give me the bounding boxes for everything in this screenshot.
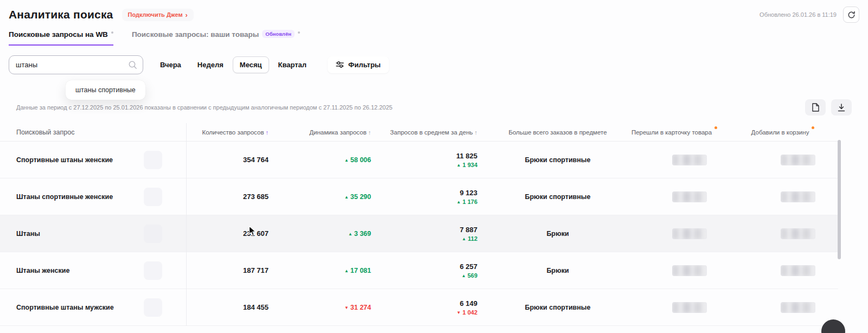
- refresh-button[interactable]: [843, 7, 859, 23]
- tab-search-queries-your-products[interactable]: Поисковые запросы: ваши товары Обновлён: [132, 30, 300, 46]
- down-arrow-icon: ▼: [344, 305, 349, 310]
- blurred-value: [672, 155, 707, 165]
- table-row[interactable]: Штаны женские 187 717 ▲17 081 6 257 ▲569…: [0, 252, 838, 289]
- add-to-cart-cell: [729, 265, 837, 276]
- dynamics-cell: ▲58 006: [273, 156, 376, 164]
- search-box: [9, 55, 143, 74]
- card-clicks-cell: [620, 155, 729, 165]
- updated-timestamp: Обновлено 26.01.26 в 11:19: [760, 11, 837, 18]
- query-cell: Спортивные штаны женские: [16, 156, 186, 164]
- count-cell: 187 717: [186, 266, 273, 274]
- blurred-value: [672, 302, 707, 313]
- dynamics-cell: ▲17 081: [273, 267, 376, 274]
- blurred-value: [781, 265, 815, 276]
- filters-button[interactable]: Фильтры: [328, 56, 389, 73]
- blurred-value: [781, 191, 815, 202]
- subject-cell: Брюки спортивные: [484, 304, 620, 311]
- column-divider: [186, 123, 187, 326]
- filter-sliders-icon: [336, 61, 344, 68]
- search-input[interactable]: [16, 61, 128, 69]
- period-month[interactable]: Месяц: [233, 56, 269, 73]
- column-header-query[interactable]: Поисковый запрос: [16, 129, 186, 136]
- connect-jam-link[interactable]: Подключить Джем ›: [122, 9, 194, 21]
- sort-icon: ↑: [475, 129, 478, 136]
- search-icon: [128, 60, 137, 69]
- up-arrow-icon: ▲: [457, 200, 461, 204]
- up-arrow-icon: ▲: [457, 163, 461, 168]
- period-week[interactable]: Неделя: [190, 56, 231, 73]
- blurred-value: [781, 155, 815, 165]
- orange-dot-icon: [812, 126, 814, 129]
- header: Аналитика поиска Подключить Джем › Обнов…: [0, 0, 868, 23]
- column-header-card-clicks[interactable]: Перешли в карточку товара: [620, 129, 729, 136]
- column-header-dynamics[interactable]: Динамика запросов↑: [273, 129, 376, 136]
- period-info-row: Данные за период с 27.12.2025 по 25.01.2…: [16, 99, 852, 116]
- card-clicks-cell: [620, 265, 729, 276]
- period-switcher: Вчера Неделя Месяц Квартал: [153, 56, 314, 73]
- filters-label: Фильтры: [348, 61, 381, 69]
- down-arrow-icon: ▼: [457, 310, 461, 315]
- avg-cell: 9 123 ▲1 176: [376, 189, 484, 205]
- card-clicks-cell: [620, 302, 729, 313]
- orange-dot-icon: [714, 126, 717, 129]
- count-cell: 273 685: [186, 193, 273, 201]
- connect-jam-label: Подключить Джем: [128, 11, 183, 18]
- sort-icon: ↑: [368, 129, 372, 136]
- sort-asc-icon: ↑: [266, 129, 269, 136]
- table-row[interactable]: Штаны 231 607 ▲3 369 7 887 ▲112 Брюки: [0, 215, 838, 252]
- export-buttons: [805, 99, 852, 116]
- column-header-top-subject: Больше всего заказов в предмете: [484, 129, 620, 136]
- count-cell: 184 455: [186, 303, 273, 311]
- blurred-value: [672, 191, 707, 202]
- avg-cell: 6 149 ▼1 042: [376, 299, 484, 316]
- tab-search-queries-wb[interactable]: Поисковые запросы на WB: [9, 30, 113, 46]
- add-to-cart-cell: [729, 155, 837, 165]
- query-cell: Штаны спортивные женские: [16, 193, 186, 201]
- notification-dot-icon: [111, 31, 113, 34]
- blurred-value: [672, 228, 707, 239]
- period-quarter[interactable]: Квартал: [271, 56, 314, 73]
- search-queries-table: Поисковый запрос Количество запросов↑ Ди…: [0, 123, 838, 326]
- up-arrow-icon: ▲: [344, 195, 349, 200]
- blurred-value: [781, 302, 815, 313]
- download-button[interactable]: [831, 99, 852, 116]
- query-cell: Штаны: [16, 230, 186, 238]
- up-arrow-icon: ▲: [344, 158, 349, 163]
- up-arrow-icon: ▲: [348, 232, 353, 236]
- table-header: Поисковый запрос Количество запросов↑ Ди…: [0, 123, 838, 142]
- add-to-cart-cell: [729, 191, 837, 202]
- updated-badge: Обновлён: [262, 30, 295, 38]
- download-icon: [838, 104, 845, 112]
- add-to-cart-cell: [729, 228, 837, 239]
- column-header-avg-per-day[interactable]: Запросов в среднем за день↑: [376, 129, 484, 136]
- table-row[interactable]: Штаны спортивные женские 273 685 ▲35 290…: [0, 178, 838, 215]
- vertical-scrollbar[interactable]: [838, 140, 841, 259]
- avg-cell: 6 257 ▲569: [376, 262, 484, 279]
- query-cell: Спортивные штаны мужские: [16, 304, 186, 311]
- search-suggestion-item[interactable]: штаны спортивные: [66, 80, 145, 100]
- notification-dot-icon: [298, 31, 300, 34]
- subject-cell: Брюки спортивные: [484, 156, 620, 164]
- period-info-text: Данные за период с 27.12.2025 по 25.01.2…: [16, 104, 805, 111]
- table-row[interactable]: Спортивные штаны женские 354 764 ▲58 006…: [0, 142, 838, 178]
- tab-label: Поисковые запросы на WB: [9, 30, 108, 39]
- add-to-cart-cell: [729, 302, 837, 313]
- header-right: Обновлено 26.01.26 в 11:19: [760, 7, 859, 23]
- count-cell: 354 764: [186, 156, 273, 164]
- subject-cell: Брюки спортивные: [484, 193, 620, 201]
- card-clicks-cell: [620, 191, 729, 202]
- report-button[interactable]: [805, 99, 826, 116]
- card-clicks-cell: [620, 228, 729, 239]
- toolbar: Вчера Неделя Месяц Квартал Фильтры: [0, 55, 868, 74]
- column-header-add-to-cart[interactable]: Добавили в корзину: [729, 129, 837, 136]
- tabs-bar: Поисковые запросы на WB Поисковые запрос…: [0, 30, 868, 46]
- dynamics-cell: ▲35 290: [273, 193, 376, 201]
- period-yesterday[interactable]: Вчера: [153, 56, 188, 73]
- blurred-value: [781, 228, 815, 239]
- table-row[interactable]: Спортивные штаны мужские 184 455 ▼31 274…: [0, 289, 838, 326]
- column-header-count[interactable]: Количество запросов↑: [186, 129, 273, 136]
- query-cell: Штаны женские: [16, 267, 186, 274]
- tab-label: Поисковые запросы: ваши товары: [132, 30, 259, 39]
- refresh-icon: [847, 11, 856, 19]
- up-arrow-icon: ▲: [462, 236, 466, 241]
